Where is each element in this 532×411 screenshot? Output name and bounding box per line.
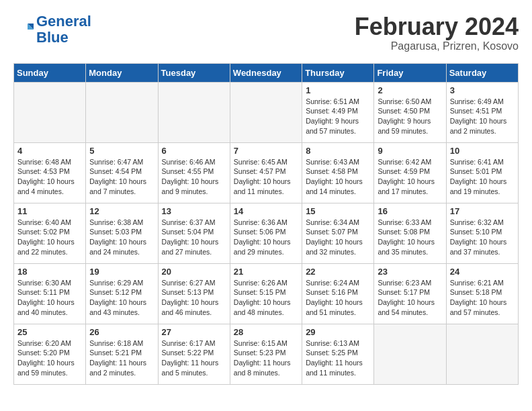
day-info: Sunrise: 6:45 AM Sunset: 4:57 PM Dayligh… (234, 157, 298, 197)
month-title: February 2024 (355, 13, 519, 40)
day-number: 7 (234, 146, 298, 156)
day-number: 13 (162, 206, 226, 216)
day-info: Sunrise: 6:32 AM Sunset: 5:10 PM Dayligh… (450, 218, 515, 257)
day-info: Sunrise: 6:18 AM Sunset: 5:21 PM Dayligh… (89, 338, 154, 378)
day-number: 24 (450, 267, 515, 277)
calendar-day-5: 5Sunrise: 6:47 AM Sunset: 4:54 PM Daylig… (86, 142, 158, 203)
day-number: 17 (450, 206, 515, 216)
calendar-day-19: 19Sunrise: 6:29 AM Sunset: 5:12 PM Dayli… (86, 263, 158, 324)
calendar-day-9: 9Sunrise: 6:42 AM Sunset: 4:59 PM Daylig… (374, 142, 446, 203)
calendar-week-3: 11Sunrise: 6:40 AM Sunset: 5:02 PM Dayli… (14, 203, 519, 263)
calendar-day-14: 14Sunrise: 6:36 AM Sunset: 5:06 PM Dayli… (230, 203, 302, 263)
location-subtitle: Pagarusa, Prizren, Kosovo (355, 40, 519, 52)
calendar-day-1: 1Sunrise: 6:51 AM Sunset: 4:49 PM Daylig… (302, 82, 374, 142)
weekday-header-friday: Friday (374, 63, 446, 82)
day-number: 27 (162, 327, 226, 337)
day-info: Sunrise: 6:46 AM Sunset: 4:55 PM Dayligh… (162, 157, 226, 197)
day-number: 2 (378, 85, 442, 95)
logo-text: General Blue (36, 13, 91, 46)
day-number: 1 (306, 85, 370, 95)
calendar-table: SundayMondayTuesdayWednesdayThursdayFrid… (13, 63, 519, 385)
day-info: Sunrise: 6:21 AM Sunset: 5:18 PM Dayligh… (450, 278, 515, 318)
calendar-empty (230, 82, 302, 142)
day-info: Sunrise: 6:47 AM Sunset: 4:54 PM Dayligh… (89, 157, 154, 197)
calendar-day-6: 6Sunrise: 6:46 AM Sunset: 4:55 PM Daylig… (158, 142, 230, 203)
calendar-day-27: 27Sunrise: 6:17 AM Sunset: 5:22 PM Dayli… (158, 324, 230, 384)
calendar-day-26: 26Sunrise: 6:18 AM Sunset: 5:21 PM Dayli… (86, 324, 158, 384)
day-number: 19 (89, 267, 154, 277)
day-number: 26 (89, 327, 154, 337)
day-info: Sunrise: 6:49 AM Sunset: 4:51 PM Dayligh… (450, 97, 515, 136)
day-info: Sunrise: 6:51 AM Sunset: 4:49 PM Dayligh… (306, 97, 370, 136)
calendar-day-12: 12Sunrise: 6:38 AM Sunset: 5:03 PM Dayli… (86, 203, 158, 263)
day-info: Sunrise: 6:34 AM Sunset: 5:07 PM Dayligh… (306, 218, 370, 257)
title-block: February 2024 Pagarusa, Prizren, Kosovo (355, 13, 519, 52)
day-number: 14 (234, 206, 298, 216)
day-number: 12 (89, 206, 154, 216)
day-number: 9 (378, 146, 442, 156)
day-number: 10 (450, 146, 515, 156)
day-number: 6 (162, 146, 226, 156)
day-number: 29 (306, 327, 370, 337)
day-number: 4 (17, 146, 82, 156)
page-header: General Blue February 2024 Pagarusa, Pri… (13, 13, 519, 52)
calendar-day-25: 25Sunrise: 6:20 AM Sunset: 5:20 PM Dayli… (14, 324, 86, 384)
calendar-week-5: 25Sunrise: 6:20 AM Sunset: 5:20 PM Dayli… (14, 324, 519, 384)
day-number: 20 (162, 267, 226, 277)
weekday-header-sunday: Sunday (14, 63, 86, 82)
calendar-empty (86, 82, 158, 142)
day-info: Sunrise: 6:36 AM Sunset: 5:06 PM Dayligh… (234, 218, 298, 257)
day-number: 28 (234, 327, 298, 337)
day-info: Sunrise: 6:38 AM Sunset: 5:03 PM Dayligh… (89, 218, 154, 257)
day-number: 15 (306, 206, 370, 216)
calendar-empty (374, 324, 446, 384)
day-number: 16 (378, 206, 442, 216)
day-info: Sunrise: 6:27 AM Sunset: 5:13 PM Dayligh… (162, 278, 226, 318)
day-info: Sunrise: 6:50 AM Sunset: 4:50 PM Dayligh… (378, 97, 442, 136)
weekday-header-monday: Monday (86, 63, 158, 82)
calendar-day-13: 13Sunrise: 6:37 AM Sunset: 5:04 PM Dayli… (158, 203, 230, 263)
calendar-week-2: 4Sunrise: 6:48 AM Sunset: 4:53 PM Daylig… (14, 142, 519, 203)
calendar-day-16: 16Sunrise: 6:33 AM Sunset: 5:08 PM Dayli… (374, 203, 446, 263)
weekday-header-tuesday: Tuesday (158, 63, 230, 82)
weekday-header-saturday: Saturday (446, 63, 518, 82)
day-number: 5 (89, 146, 154, 156)
calendar-empty (446, 324, 518, 384)
calendar-day-15: 15Sunrise: 6:34 AM Sunset: 5:07 PM Dayli… (302, 203, 374, 263)
day-info: Sunrise: 6:13 AM Sunset: 5:25 PM Dayligh… (306, 338, 370, 378)
calendar-empty (14, 82, 86, 142)
weekday-header-wednesday: Wednesday (230, 63, 302, 82)
day-info: Sunrise: 6:29 AM Sunset: 5:12 PM Dayligh… (89, 278, 154, 318)
day-info: Sunrise: 6:48 AM Sunset: 4:53 PM Dayligh… (17, 157, 82, 197)
calendar-day-28: 28Sunrise: 6:15 AM Sunset: 5:23 PM Dayli… (230, 324, 302, 384)
calendar-day-23: 23Sunrise: 6:23 AM Sunset: 5:17 PM Dayli… (374, 263, 446, 324)
day-number: 21 (234, 267, 298, 277)
calendar-day-21: 21Sunrise: 6:26 AM Sunset: 5:15 PM Dayli… (230, 263, 302, 324)
calendar-day-8: 8Sunrise: 6:43 AM Sunset: 4:58 PM Daylig… (302, 142, 374, 203)
calendar-day-24: 24Sunrise: 6:21 AM Sunset: 5:18 PM Dayli… (446, 263, 518, 324)
calendar-day-4: 4Sunrise: 6:48 AM Sunset: 4:53 PM Daylig… (14, 142, 86, 203)
day-info: Sunrise: 6:26 AM Sunset: 5:15 PM Dayligh… (234, 278, 298, 318)
day-number: 23 (378, 267, 442, 277)
day-number: 11 (17, 206, 82, 216)
day-number: 8 (306, 146, 370, 156)
day-info: Sunrise: 6:41 AM Sunset: 5:01 PM Dayligh… (450, 157, 515, 197)
calendar-day-7: 7Sunrise: 6:45 AM Sunset: 4:57 PM Daylig… (230, 142, 302, 203)
day-number: 3 (450, 85, 515, 95)
day-info: Sunrise: 6:20 AM Sunset: 5:20 PM Dayligh… (17, 338, 82, 378)
day-info: Sunrise: 6:30 AM Sunset: 5:11 PM Dayligh… (17, 278, 82, 318)
calendar-week-4: 18Sunrise: 6:30 AM Sunset: 5:11 PM Dayli… (14, 263, 519, 324)
calendar-day-17: 17Sunrise: 6:32 AM Sunset: 5:10 PM Dayli… (446, 203, 518, 263)
calendar-day-22: 22Sunrise: 6:24 AM Sunset: 5:16 PM Dayli… (302, 263, 374, 324)
day-info: Sunrise: 6:24 AM Sunset: 5:16 PM Dayligh… (306, 278, 370, 318)
day-number: 18 (17, 267, 82, 277)
calendar-day-2: 2Sunrise: 6:50 AM Sunset: 4:50 PM Daylig… (374, 82, 446, 142)
day-number: 25 (17, 327, 82, 337)
calendar-week-1: 1Sunrise: 6:51 AM Sunset: 4:49 PM Daylig… (14, 82, 519, 142)
calendar-day-20: 20Sunrise: 6:27 AM Sunset: 5:13 PM Dayli… (158, 263, 230, 324)
calendar-day-11: 11Sunrise: 6:40 AM Sunset: 5:02 PM Dayli… (14, 203, 86, 263)
calendar-day-29: 29Sunrise: 6:13 AM Sunset: 5:25 PM Dayli… (302, 324, 374, 384)
logo-icon (13, 19, 34, 40)
day-info: Sunrise: 6:23 AM Sunset: 5:17 PM Dayligh… (378, 278, 442, 318)
weekday-header-row: SundayMondayTuesdayWednesdayThursdayFrid… (14, 63, 519, 82)
